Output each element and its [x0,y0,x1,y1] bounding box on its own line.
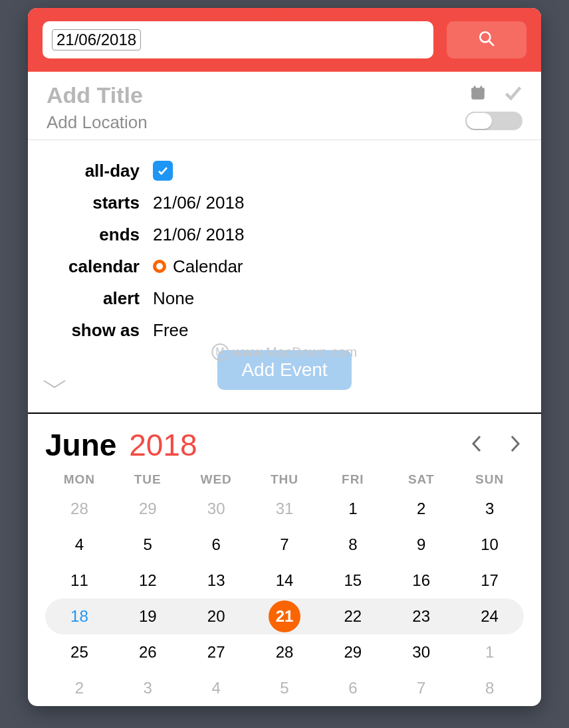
month-calendar: June 2018 MONTUEWEDTHUFRISATSUN 28293031… [28,414,541,706]
calendar-day[interactable]: 12 [114,571,182,590]
calendar-day[interactable]: 25 [45,643,114,662]
calendar-day[interactable]: 9 [387,535,455,554]
calendar-day[interactable]: 14 [251,571,319,590]
weekday-label: THU [251,472,319,487]
calendar-day[interactable]: 19 [114,607,182,626]
month-name: June [45,428,116,462]
calendar-day[interactable]: 26 [114,643,182,662]
calendar-day[interactable]: 30 [182,500,251,518]
calendar-name: Calendar [173,256,243,277]
calendar-day[interactable]: 21 [251,600,319,632]
starts-label: starts [47,193,153,213]
toggle-knob [467,113,492,129]
week-row: 2526272829301 [45,634,524,670]
starts-value[interactable]: 21/06/ 2018 [153,193,244,213]
event-popover: 21/06/2018 [28,8,541,706]
calendar-color-dot [153,260,166,273]
prev-month-button[interactable] [471,434,483,456]
svg-point-0 [480,32,490,42]
weekday-label: MON [45,472,114,487]
search-field-wrap[interactable]: 21/06/2018 [43,21,433,58]
event-location-input[interactable] [47,112,465,133]
search-input[interactable] [141,31,424,49]
calendar-day[interactable]: 5 [114,535,182,554]
calendar-day[interactable]: 1 [455,643,524,662]
calendar-day[interactable]: 20 [182,607,251,626]
calendar-day[interactable]: 10 [455,535,524,554]
selected-day-indicator: 21 [269,600,300,632]
search-button[interactable] [447,21,526,58]
calendar-day[interactable]: 31 [251,500,319,518]
calendar-day[interactable]: 15 [318,571,387,590]
week-row: 45678910 [45,527,524,563]
calendar-day[interactable]: 16 [387,571,455,590]
svg-rect-5 [480,86,482,89]
calendar-day[interactable]: 8 [455,679,524,697]
add-event-button[interactable]: Add Event [217,350,351,390]
calendar-day[interactable]: 4 [182,679,251,697]
calendar-icon[interactable] [469,84,487,104]
calendar-day[interactable]: 2 [387,500,455,518]
calendar-day[interactable]: 28 [251,643,319,662]
calendar-day[interactable]: 27 [182,643,251,662]
calendar-day[interactable]: 6 [182,535,251,554]
search-date-chip: 21/06/2018 [52,29,141,50]
calendar-day[interactable]: 11 [45,571,114,590]
search-icon [478,30,495,50]
weekday-header-row: MONTUEWEDTHUFRISATSUN [45,472,524,487]
calendar-value[interactable]: Calendar [153,256,243,277]
calendar-day[interactable]: 7 [387,679,455,697]
allday-label: all-day [47,161,153,181]
calendar-label: calendar [47,256,153,277]
calendar-day[interactable]: 22 [318,607,387,626]
calendar-day[interactable]: 2 [45,679,114,697]
weekday-label: FRI [318,472,387,487]
calendar-day[interactable]: 24 [455,607,524,626]
calendar-day[interactable]: 17 [455,571,524,590]
weekday-label: WED [182,472,251,487]
calendar-day[interactable]: 8 [318,535,387,554]
calendar-day[interactable]: 1 [318,500,387,518]
month-title: June 2018 [45,427,197,463]
event-details: all-day starts 21/06/ 2018 ends 21/06/ 2… [28,140,541,412]
svg-rect-3 [471,88,485,91]
showas-label: show as [47,320,153,341]
event-toggle[interactable] [465,112,522,130]
confirm-icon[interactable] [504,84,522,105]
alert-label: alert [47,288,153,309]
svg-rect-4 [474,86,476,89]
calendar-day[interactable]: 29 [318,643,387,662]
event-title-input[interactable] [47,82,465,108]
showas-value[interactable]: Free [153,320,188,341]
week-row: 11121314151617 [45,563,524,598]
calendar-day[interactable]: 30 [387,643,455,662]
calendar-day[interactable]: 23 [387,607,455,626]
calendar-day[interactable]: 7 [251,535,319,554]
week-row: 18192021222324 [45,598,524,634]
calendar-day[interactable]: 29 [114,500,182,518]
month-year: 2018 [129,428,197,462]
calendar-day[interactable]: 13 [182,571,251,590]
week-row: 28293031123 [45,491,524,527]
ends-label: ends [47,225,153,245]
calendar-day[interactable]: 6 [318,679,387,697]
calendar-day[interactable]: 18 [45,607,114,626]
weekday-label: TUE [114,472,182,487]
weekday-label: SUN [455,472,524,487]
weekday-label: SAT [387,472,455,487]
alert-value[interactable]: None [153,288,194,309]
ends-value[interactable]: 21/06/ 2018 [153,225,244,245]
svg-line-1 [489,41,494,46]
calendar-day[interactable]: 4 [45,535,114,554]
calendar-day[interactable]: 5 [251,679,319,697]
event-head-section [28,72,541,140]
next-month-button[interactable] [509,434,521,456]
allday-checkbox[interactable] [153,161,173,181]
week-row: 2345678 [45,670,524,706]
calendar-day[interactable]: 3 [114,679,182,697]
calendar-day[interactable]: 3 [455,500,524,518]
calendar-day[interactable]: 28 [45,500,114,518]
popover-arrow [271,8,298,19]
